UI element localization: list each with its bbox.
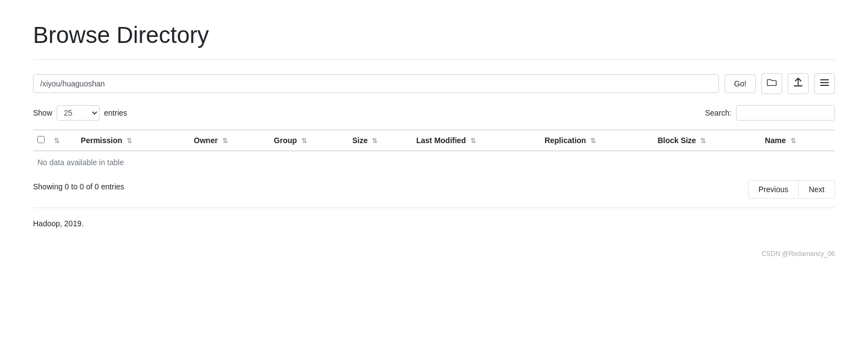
page-title: Browse Directory	[33, 22, 835, 48]
upload-icon-button[interactable]	[788, 73, 809, 94]
showing-text: Showing 0 to 0 of 0 entries	[33, 182, 124, 191]
group-sort-icon	[299, 136, 307, 145]
name-sort-icon	[788, 136, 796, 145]
page-container: Browse Directory Go!	[0, 0, 868, 269]
path-row: Go!	[33, 73, 835, 94]
header-block-size[interactable]: Block Size	[653, 130, 760, 151]
header-checkbox	[33, 130, 50, 151]
footer-divider	[33, 208, 835, 208]
default-sort-icon: ⇅	[54, 137, 59, 145]
svg-rect-2	[820, 85, 829, 86]
block-size-sort-icon	[698, 136, 706, 145]
table-header-row: ⇅ Permission Owner Group Size	[33, 130, 835, 151]
size-sort-icon	[370, 136, 377, 145]
header-size[interactable]: Size	[348, 130, 411, 151]
previous-button[interactable]: Previous	[748, 180, 799, 199]
controls-row: Show 10 25 50 100 entries Search:	[33, 105, 835, 121]
header-last-modified[interactable]: Last Modified	[412, 130, 540, 151]
last-modified-sort-icon	[468, 136, 476, 145]
watermark: CSDN @Redamancy_06	[33, 250, 835, 258]
header-name[interactable]: Name	[761, 130, 835, 151]
search-row: Search:	[705, 105, 835, 121]
no-data-message: No data available in table	[33, 151, 835, 173]
permission-sort-icon	[124, 136, 132, 145]
footer-text: Hadoop, 2019.	[33, 219, 835, 228]
replication-sort-icon	[588, 136, 596, 145]
data-table: ⇅ Permission Owner Group Size	[33, 129, 835, 173]
list-icon-button[interactable]	[814, 73, 835, 94]
upload-icon	[794, 78, 803, 90]
select-all-checkbox[interactable]	[37, 136, 45, 143]
show-entries: Show 10 25 50 100 entries	[33, 105, 127, 121]
no-data-row: No data available in table	[33, 151, 835, 173]
entries-select[interactable]: 10 25 50 100	[57, 105, 100, 121]
table-body: No data available in table	[33, 151, 835, 173]
svg-rect-1	[820, 82, 829, 83]
search-input[interactable]	[736, 105, 835, 121]
list-icon	[820, 79, 829, 89]
pagination-buttons: Previous Next	[748, 180, 835, 199]
title-divider	[33, 59, 835, 60]
header-replication[interactable]: Replication	[540, 130, 653, 151]
pagination-row: Showing 0 to 0 of 0 entries Previous Nex…	[33, 180, 835, 199]
folder-icon	[767, 78, 777, 89]
path-input[interactable]	[33, 74, 719, 93]
go-button[interactable]: Go!	[724, 74, 756, 93]
header-sort-col: ⇅	[50, 130, 76, 151]
folder-icon-button[interactable]	[761, 73, 782, 94]
header-permission[interactable]: Permission	[76, 130, 189, 151]
show-label: Show	[33, 108, 52, 117]
owner-sort-icon	[220, 136, 228, 145]
search-label: Search:	[705, 108, 732, 117]
header-owner[interactable]: Owner	[189, 130, 270, 151]
entries-label: entries	[104, 108, 127, 117]
svg-rect-0	[820, 79, 829, 80]
next-button[interactable]: Next	[799, 180, 835, 199]
header-group[interactable]: Group	[270, 130, 348, 151]
